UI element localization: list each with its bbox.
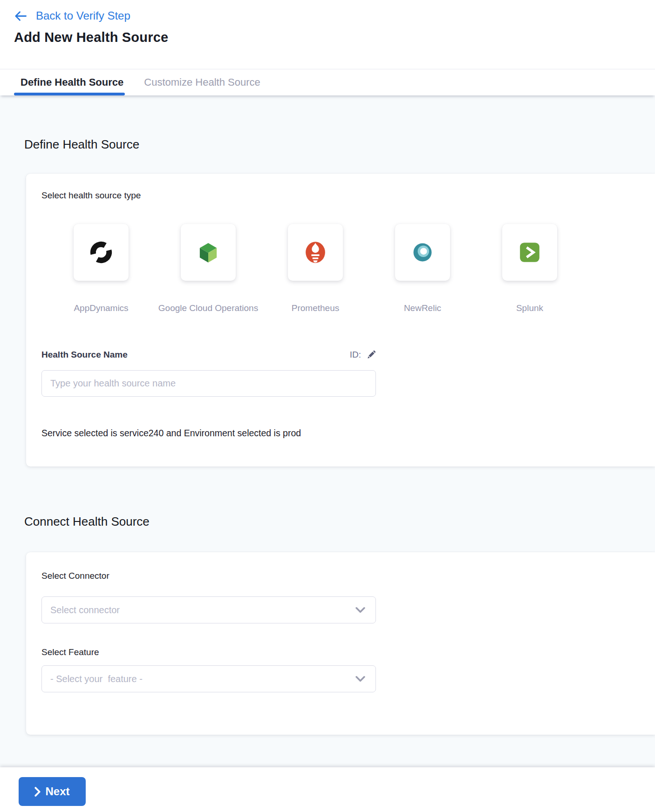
feature-select-placeholder: - Select your feature - bbox=[50, 674, 143, 684]
splunk-tile[interactable] bbox=[502, 224, 557, 281]
appdynamics-tile[interactable] bbox=[74, 224, 129, 281]
chevron-down-icon bbox=[355, 676, 365, 682]
source-type-splunk: Splunk bbox=[476, 224, 583, 313]
select-connector-label: Select Connector bbox=[41, 571, 109, 581]
next-button[interactable]: Next bbox=[19, 777, 86, 806]
source-type-label: Google Cloud Operations bbox=[158, 303, 258, 313]
footer-bar: Next bbox=[0, 767, 655, 812]
source-type-label: NewRelic bbox=[404, 303, 441, 313]
add-health-source-page: Back to Verify Step Add New Health Sourc… bbox=[0, 0, 655, 812]
define-health-source-card: Select health source type AppDynamics bbox=[26, 174, 655, 467]
prometheus-tile[interactable] bbox=[288, 224, 343, 281]
source-type-google-cloud-operations: Google Cloud Operations bbox=[155, 224, 262, 313]
prometheus-icon bbox=[302, 239, 329, 266]
source-type-label: AppDynamics bbox=[74, 303, 128, 313]
source-type-label: Prometheus bbox=[292, 303, 339, 313]
health-source-type-list: AppDynamics Google Cloud Operations bbox=[48, 224, 583, 313]
health-source-name-row: Health Source Name ID: bbox=[41, 350, 376, 360]
tab-define-health-source[interactable]: Define Health Source bbox=[20, 76, 123, 88]
active-tab-underline bbox=[14, 93, 125, 95]
edit-id-pencil-icon[interactable] bbox=[367, 350, 376, 359]
select-feature-label: Select Feature bbox=[41, 647, 99, 657]
feature-select[interactable]: - Select your feature - bbox=[41, 665, 376, 692]
google-cloud-operations-tile[interactable] bbox=[181, 224, 236, 281]
next-button-label: Next bbox=[45, 785, 69, 798]
connector-select-placeholder: Select connector bbox=[50, 605, 120, 616]
next-chevron-icon bbox=[34, 787, 41, 797]
appdynamics-icon bbox=[88, 239, 115, 266]
select-type-label: Select health source type bbox=[41, 190, 141, 201]
service-environment-text: Service selected is service240 and Envir… bbox=[41, 428, 301, 439]
page-title: Add New Health Source bbox=[14, 30, 168, 45]
tab-customize-health-source[interactable]: Customize Health Source bbox=[144, 76, 260, 88]
id-label: ID: bbox=[350, 350, 361, 360]
splunk-icon bbox=[516, 239, 543, 266]
id-block: ID: bbox=[350, 350, 376, 360]
back-link[interactable]: Back to Verify Step bbox=[14, 9, 130, 22]
newrelic-icon bbox=[409, 239, 436, 266]
back-arrow-icon bbox=[14, 10, 27, 22]
newrelic-tile[interactable] bbox=[395, 224, 450, 281]
source-type-appdynamics: AppDynamics bbox=[48, 224, 155, 313]
source-type-label: Splunk bbox=[516, 303, 543, 313]
source-type-prometheus: Prometheus bbox=[262, 224, 369, 313]
content-area: Define Health Source Select health sourc… bbox=[0, 95, 655, 767]
back-link-label[interactable]: Back to Verify Step bbox=[36, 9, 130, 22]
health-source-name-input[interactable] bbox=[41, 370, 376, 397]
google-cloud-operations-icon bbox=[195, 239, 222, 266]
connect-health-source-card: Select Connector Select connector Select… bbox=[26, 552, 655, 735]
health-source-name-label: Health Source Name bbox=[41, 350, 128, 360]
connector-select[interactable]: Select connector bbox=[41, 596, 376, 623]
source-type-newrelic: NewRelic bbox=[369, 224, 476, 313]
chevron-down-icon bbox=[355, 607, 365, 613]
connect-section-heading: Connect Health Source bbox=[24, 514, 150, 529]
define-section-heading: Define Health Source bbox=[24, 137, 139, 152]
tab-bar: Define Health Source Customize Health So… bbox=[0, 69, 655, 95]
